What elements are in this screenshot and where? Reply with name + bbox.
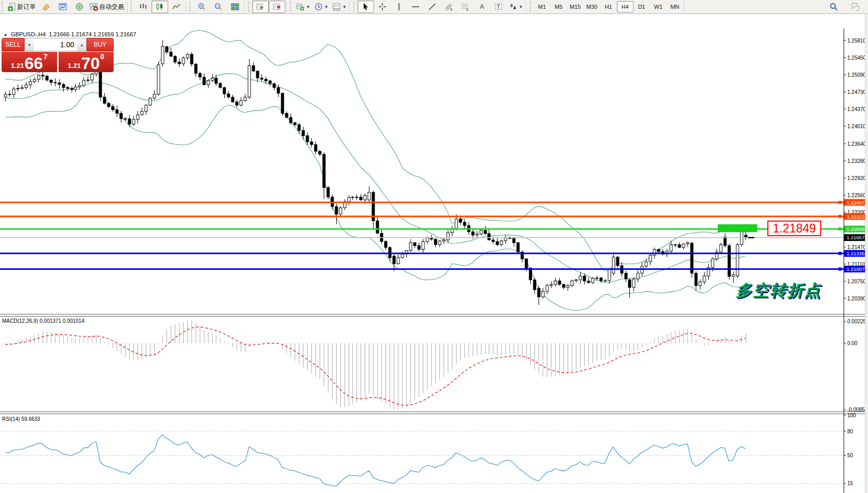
horizontal-line-icon xyxy=(411,3,420,11)
timeframe-button-d1[interactable]: D1 xyxy=(633,1,650,12)
svg-text:1.24010: 1.24010 xyxy=(847,124,866,129)
trade-panel-prices: 1.21 66 7 1.21 70 0 xyxy=(2,52,114,72)
price-axis[interactable]: 1.258101.254501.250901.247301.243701.240… xyxy=(844,38,868,493)
toolbar-gripper[interactable] xyxy=(248,2,252,12)
one-click-trading-panel: SELL ▾ ▴ BUY 1.21 66 7 1.21 70 0 xyxy=(2,38,114,72)
toolbar-separator xyxy=(684,1,685,12)
collapse-arrow-icon[interactable]: ▲ xyxy=(4,32,8,37)
timeframe-button-m15[interactable]: M15 xyxy=(567,1,584,12)
sell-price-button[interactable]: 1.21 66 7 xyxy=(2,52,57,72)
supply-zone-rect[interactable] xyxy=(718,225,757,232)
volume-increase-button[interactable]: ▴ xyxy=(77,38,86,51)
toolbar-gripper[interactable] xyxy=(290,2,294,12)
fibonacci-icon: F xyxy=(461,3,470,11)
svg-text:1.21335: 1.21335 xyxy=(847,251,864,256)
toolbar-button-text-label[interactable]: T xyxy=(490,1,507,13)
toolbar-button-indicators[interactable]: ▼ xyxy=(294,1,312,13)
toolbar-button-crosshair[interactable] xyxy=(374,1,391,13)
search-icon[interactable] xyxy=(825,1,842,13)
line-chart-icon xyxy=(172,3,181,11)
toolbar-gripper[interactable] xyxy=(131,2,134,12)
toolbar-gripper[interactable] xyxy=(189,2,193,12)
ohlc-values: 1.21666 1.21674 1.21659 1.21667 xyxy=(49,31,136,37)
toolbar-button-cursor[interactable] xyxy=(357,1,374,13)
toolbar-button-trendline[interactable] xyxy=(424,1,440,13)
toolbar-button-auto-scroll[interactable] xyxy=(252,1,269,13)
sell-price-big: 66 xyxy=(24,56,43,71)
toolbar-button-zoom-in[interactable] xyxy=(194,1,210,13)
chart-window[interactable]: 1.258101.254501.250901.247301.243701.240… xyxy=(0,14,868,493)
timeframe-button-m30[interactable]: M30 xyxy=(584,1,600,12)
vertical-line-icon xyxy=(395,3,403,11)
macd-panel[interactable] xyxy=(5,320,746,410)
svg-text:1.21849: 1.21849 xyxy=(847,226,864,232)
toolbar-button-chart-shift[interactable] xyxy=(269,1,285,13)
svg-text:1.23640: 1.23640 xyxy=(847,141,866,147)
autotrading-icon xyxy=(90,3,98,11)
trendline-icon xyxy=(428,3,436,11)
svg-text:1.21007: 1.21007 xyxy=(847,266,864,272)
toolbar-separator xyxy=(127,1,128,12)
chat-icon[interactable] xyxy=(847,1,864,13)
dropdown-caret-icon: ▼ xyxy=(324,5,328,9)
toolbar-button-vertical-line[interactable] xyxy=(391,1,407,13)
buy-price-small: 1.21 xyxy=(67,62,80,70)
volume-input[interactable] xyxy=(34,38,77,51)
text-label-icon: T xyxy=(494,3,503,11)
toolbar-button-periods[interactable]: ▼ xyxy=(312,1,330,13)
toolbar-separator xyxy=(286,1,287,12)
timeframe-button-w1[interactable]: W1 xyxy=(650,1,667,12)
toolbar-button-equidistant-channel[interactable]: E xyxy=(440,1,457,13)
toolbar-button-zoom-out[interactable] xyxy=(210,1,227,13)
sell-button[interactable]: SELL xyxy=(2,38,24,51)
toolbar-button-tile-windows[interactable] xyxy=(227,1,243,13)
toolbar-button-new-order[interactable]: 新订单 xyxy=(6,1,38,13)
volume-decrease-button[interactable]: ▾ xyxy=(25,38,34,51)
chinese-annotation-text[interactable]: 多空转折点 xyxy=(736,280,821,302)
toolbar-gripper[interactable] xyxy=(2,2,5,12)
price-callout-label[interactable]: 1.21849 xyxy=(767,221,821,236)
toolbar-button-candlestick-chart[interactable] xyxy=(151,1,168,13)
auto-scroll-icon xyxy=(256,3,265,11)
svg-text:1.23280: 1.23280 xyxy=(847,158,866,164)
toolbar-button-signals[interactable] xyxy=(71,1,88,13)
timeframe-button-mn[interactable]: MN xyxy=(667,1,683,12)
rsi-panel[interactable] xyxy=(0,431,844,486)
toolbar-button-text[interactable]: A xyxy=(474,1,490,13)
toolbar-button-arrows[interactable]: ▼ xyxy=(507,1,525,13)
symbol-period: GBPUSD-,H4 xyxy=(11,31,46,37)
svg-text:E: E xyxy=(450,8,452,11)
toolbar-button-bar-chart[interactable] xyxy=(135,1,151,13)
rsi-indicator-label: RSI(14) 59.6633 xyxy=(2,416,40,422)
chart-shift-icon xyxy=(273,3,281,11)
toolbar-gripper[interactable] xyxy=(353,2,357,12)
toolbar-button-templates[interactable]: ▼ xyxy=(330,1,349,13)
buy-button[interactable]: BUY xyxy=(87,38,114,51)
toolbar-button-market-watch[interactable] xyxy=(54,1,71,13)
chart-title: ▲ GBPUSD-,H4 1.21666 1.21674 1.21659 1.2… xyxy=(4,31,136,37)
svg-text:1.25450: 1.25450 xyxy=(847,55,866,61)
svg-text:0.00: 0.00 xyxy=(847,340,858,346)
toolbar-button-fibonacci[interactable]: F xyxy=(457,1,474,13)
templates-icon xyxy=(333,3,341,11)
toolbar-separator xyxy=(186,1,187,12)
timeframe-button-m1[interactable]: M1 xyxy=(534,1,550,12)
dropdown-caret-icon: ▼ xyxy=(306,5,310,9)
toolbar-button-line-chart[interactable] xyxy=(168,1,185,13)
toolbar-gripper[interactable] xyxy=(530,2,533,12)
svg-text:1.21667: 1.21667 xyxy=(847,235,864,240)
svg-text:T: T xyxy=(497,4,500,10)
horizontal-line-objects[interactable] xyxy=(0,201,844,270)
window-edge xyxy=(865,0,868,493)
chart-area[interactable]: 1.258101.254501.250901.247301.243701.240… xyxy=(0,14,868,493)
buy-price-button[interactable]: 1.21 70 0 xyxy=(59,52,114,72)
timeframe-button-h4[interactable]: H4 xyxy=(617,1,633,12)
toolbar-button-eraser[interactable] xyxy=(38,1,54,13)
timeframe-button-m5[interactable]: M5 xyxy=(550,1,567,12)
buy-price-sup: 0 xyxy=(100,52,104,61)
toolbar-button-autotrading[interactable]: 自动交易 xyxy=(88,1,126,13)
toolbar-separator xyxy=(526,1,527,12)
timeframe-button-h1[interactable]: H1 xyxy=(600,1,617,12)
toolbar-button-horizontal-line[interactable] xyxy=(407,1,424,13)
zoom-out-icon xyxy=(214,3,223,11)
